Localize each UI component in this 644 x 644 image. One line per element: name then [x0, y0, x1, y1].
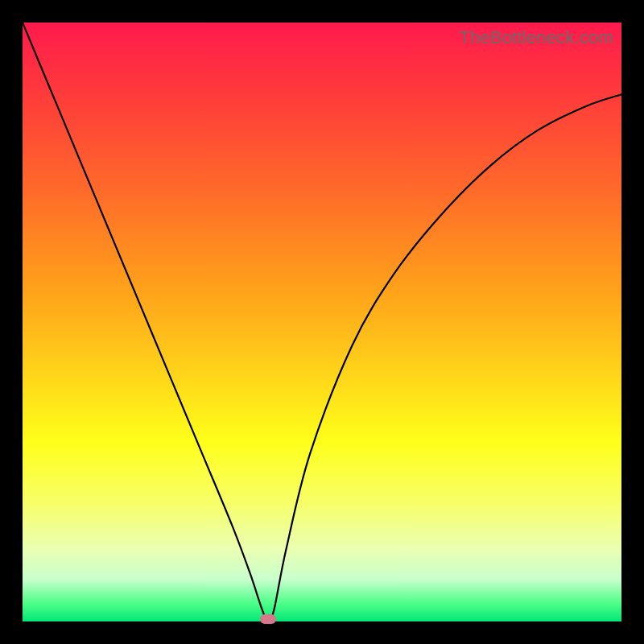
- minimum-marker: [260, 614, 276, 624]
- bottleneck-curve: [23, 23, 621, 621]
- curve-layer: [23, 23, 621, 621]
- chart-frame: TheBottleneck.com: [0, 0, 644, 644]
- plot-area: TheBottleneck.com: [23, 23, 621, 621]
